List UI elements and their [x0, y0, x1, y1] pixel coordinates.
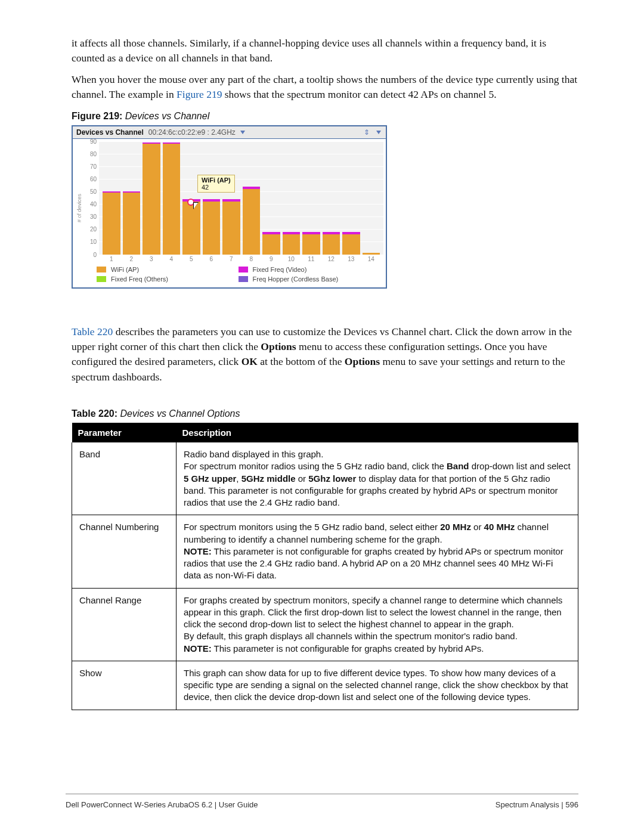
desc-text: , — [236, 473, 241, 484]
desc-bold: 5Ghz lower — [308, 473, 356, 484]
legend-label: Fixed Freq (Others) — [111, 275, 168, 283]
mid-text-d: at the bottom of the — [258, 355, 345, 367]
x-tick-label: 8 — [242, 255, 262, 262]
table-caption: Table 220: Devices vs Channel Options — [72, 408, 578, 419]
x-tick-label: 3 — [141, 255, 162, 262]
desc-cell: For graphs created by spectrum monitors,… — [177, 588, 578, 661]
y-tick-label: 60 — [82, 175, 97, 182]
table-header-description: Description — [177, 423, 578, 442]
figure-219-link[interactable]: Figure 219 — [177, 88, 222, 100]
footer-left: Dell PowerConnect W-Series ArubaOS 6.2 |… — [66, 800, 258, 809]
x-tick-label: 7 — [221, 255, 242, 262]
bar-channel-10[interactable] — [281, 232, 302, 255]
swatch-icon — [97, 267, 106, 272]
table-row: Show This graph can show data for up to … — [72, 661, 578, 710]
y-tick-label: 20 — [82, 226, 97, 233]
bar-channel-4[interactable] — [162, 143, 182, 255]
legend-label: WiFi (AP) — [111, 266, 139, 273]
desc-bold: Band — [447, 461, 469, 471]
options-bold-1: Options — [261, 340, 296, 352]
chart-resize-icon[interactable]: ⇕ — [363, 128, 370, 137]
legend-label: Fixed Freq (Video) — [253, 266, 307, 273]
desc-text: or — [296, 473, 309, 484]
table-220-link[interactable]: Table 220 — [72, 326, 113, 337]
x-tick-label: 13 — [341, 255, 361, 262]
x-tick-label: 4 — [162, 255, 182, 262]
desc-text: For graphs created by spectrum monitors,… — [184, 595, 562, 642]
desc-bold: NOTE: — [184, 546, 212, 556]
options-bold-2: Options — [345, 355, 380, 367]
band-dropdown-icon[interactable] — [240, 131, 245, 134]
x-tick-label: 10 — [281, 255, 302, 262]
desc-bold: 5GHz middle — [242, 473, 296, 484]
bar-channel-9[interactable] — [261, 232, 281, 255]
bar-channel-13[interactable] — [341, 232, 361, 255]
param-cell: Show — [72, 661, 177, 710]
figure-caption: Figure 219: Devices vs Channel — [72, 111, 578, 122]
mid-paragraph: Table 220 describes the parameters you c… — [72, 324, 578, 385]
figure-caption-title: Devices vs Channel — [122, 111, 209, 121]
chart-plot-area[interactable]: WiFi (AP) 42 — [99, 141, 383, 255]
bar-channel-6[interactable] — [202, 199, 222, 255]
devices-vs-channel-chart: Devices vs Channel 00:24:6c:c0:22:e9 : 2… — [72, 125, 387, 289]
y-tick-label: 90 — [82, 138, 97, 144]
desc-bold: 20 MHz — [440, 522, 471, 532]
ok-bold: OK — [242, 355, 258, 367]
bar-channel-7[interactable] — [221, 199, 242, 255]
param-cell: Band — [72, 442, 177, 515]
param-cell: Channel Numbering — [72, 515, 177, 588]
table-row: Channel Range For graphs created by spec… — [72, 588, 578, 661]
legend-label: Freq Hopper (Cordless Base) — [253, 275, 339, 283]
bar-channel-8[interactable] — [242, 187, 262, 255]
bar-channel-14[interactable] — [361, 253, 382, 254]
bar-channel-3[interactable] — [141, 143, 162, 255]
intro2-text-b: shows that the spectrum monitor can dete… — [225, 88, 497, 100]
desc-bold: NOTE: — [184, 643, 212, 654]
y-tick-label: 0 — [82, 251, 97, 258]
bar-channel-12[interactable] — [321, 232, 342, 255]
bar-channel-2[interactable] — [122, 191, 142, 255]
y-tick-label: 70 — [82, 163, 97, 169]
bar-channel-11[interactable] — [301, 232, 321, 255]
desc-text: Radio band displayed in this graph. For … — [184, 449, 447, 471]
chart-tooltip: WiFi (AP) 42 — [197, 175, 235, 193]
table-row: Band Radio band displayed in this graph.… — [72, 442, 578, 515]
y-tick-label: 80 — [82, 150, 97, 157]
swatch-icon — [97, 276, 106, 282]
y-tick-label: 50 — [82, 188, 97, 194]
tooltip-title: WiFi (AP) — [202, 176, 231, 184]
param-cell: Channel Range — [72, 588, 177, 661]
options-table: Parameter Description Band Radio band di… — [72, 423, 578, 710]
table-row: Channel Numbering For spectrum monitors … — [72, 515, 578, 588]
legend-fixed-freq-others: Fixed Freq (Others) — [97, 275, 239, 283]
footer-right: Spectrum Analysis | 596 — [496, 800, 578, 809]
table-caption-title: Devices vs Channel Options — [117, 408, 240, 419]
mouse-cursor-icon — [192, 201, 200, 213]
desc-text: drop-down list and select — [469, 461, 571, 471]
desc-cell: For spectrum monitors using the 5 GHz ra… — [177, 515, 578, 588]
desc-bold: 40 MHz — [484, 522, 515, 532]
desc-text: For spectrum monitors using the 5 GHz ra… — [184, 522, 440, 532]
chart-title: Devices vs Channel — [76, 128, 144, 137]
y-tick-label: 40 — [82, 201, 97, 208]
table-header-row: Parameter Description — [72, 423, 578, 442]
legend-wifi-ap: WiFi (AP) — [97, 266, 239, 273]
intro-paragraph-2: When you hover the mouse over any part o… — [72, 72, 578, 103]
desc-cell: This graph can show data for up to five … — [177, 661, 578, 710]
chart-legend: WiFi (AP) Fixed Freq (Video) Fixed Freq … — [73, 262, 386, 287]
x-tick-label: 14 — [361, 255, 382, 262]
x-tick-label: 6 — [202, 255, 222, 262]
y-axis-label: # of devices — [75, 141, 82, 262]
bar-channel-1[interactable] — [101, 191, 122, 255]
swatch-icon — [239, 267, 248, 272]
y-tick-label: 10 — [82, 239, 97, 245]
x-tick-label: 11 — [301, 255, 321, 262]
y-tick-label: 30 — [82, 213, 97, 220]
chart-menu-icon[interactable] — [375, 128, 382, 137]
desc-text: This parameter is not configurable for g… — [212, 643, 484, 654]
chart-mac-label: 00:24:6c:c0:22:e9 : 2.4GHz — [148, 128, 236, 137]
swatch-icon — [239, 276, 248, 282]
x-tick-label: 5 — [181, 255, 202, 262]
tooltip-value: 42 — [202, 184, 231, 191]
legend-freq-hopper: Freq Hopper (Cordless Base) — [239, 275, 380, 283]
